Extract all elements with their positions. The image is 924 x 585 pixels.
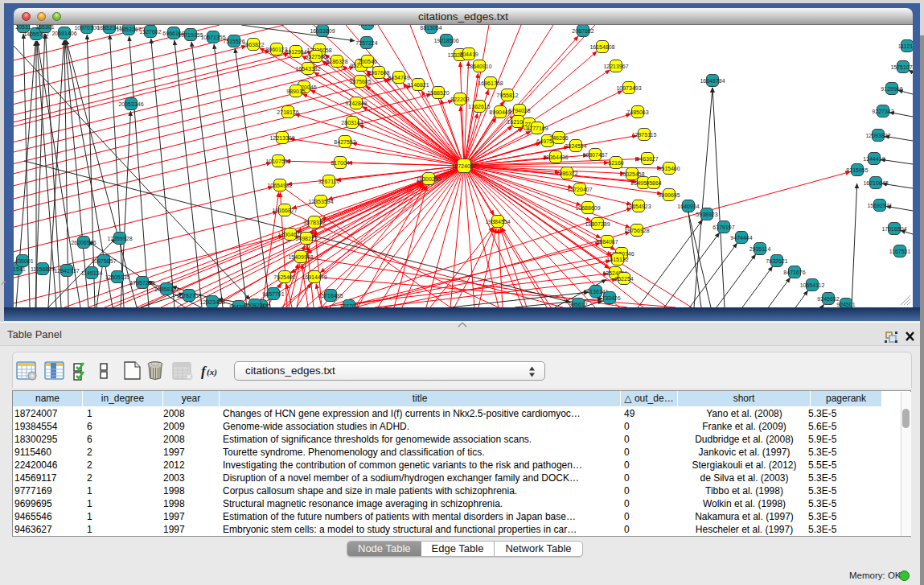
svg-text:10719155: 10719155 bbox=[178, 32, 203, 38]
svg-text:12093822: 12093822 bbox=[865, 133, 890, 138]
svg-text:7955812: 7955812 bbox=[496, 93, 518, 98]
svg-text:11156829: 11156829 bbox=[31, 266, 55, 272]
svg-text:15716485: 15716485 bbox=[318, 293, 343, 299]
svg-text:6379197: 6379197 bbox=[713, 225, 734, 230]
svg-text:18640910: 18640910 bbox=[466, 64, 491, 69]
svg-text:9242848: 9242848 bbox=[345, 101, 367, 106]
svg-text:12505135: 12505135 bbox=[105, 274, 129, 280]
svg-text:10671355: 10671355 bbox=[200, 35, 225, 40]
svg-text:18724007: 18724007 bbox=[451, 163, 476, 169]
svg-text:20691406: 20691406 bbox=[51, 31, 76, 36]
svg-text:995612: 995612 bbox=[569, 302, 587, 307]
svg-text:746266: 746266 bbox=[549, 135, 568, 141]
svg-text:5938923: 5938923 bbox=[696, 212, 717, 217]
svg-text:989015: 989015 bbox=[286, 89, 305, 94]
svg-text:111210: 111210 bbox=[898, 43, 916, 49]
svg-text:2967608: 2967608 bbox=[368, 70, 389, 76]
svg-text:19218506: 19218506 bbox=[433, 38, 458, 43]
svg-text:12942737: 12942737 bbox=[54, 268, 79, 274]
svg-text:3875685: 3875685 bbox=[349, 79, 371, 84]
svg-text:12975115: 12975115 bbox=[632, 132, 657, 138]
svg-text:12353594: 12353594 bbox=[308, 199, 333, 204]
svg-text:9884067: 9884067 bbox=[596, 239, 618, 245]
svg-text:7986372: 7986372 bbox=[556, 171, 577, 176]
svg-text:1167531: 1167531 bbox=[889, 249, 911, 254]
svg-text:7663822: 7663822 bbox=[242, 42, 264, 47]
svg-text:19756928: 19756928 bbox=[624, 228, 649, 233]
svg-text:9527506: 9527506 bbox=[305, 54, 326, 60]
svg-text:20053346: 20053346 bbox=[118, 101, 143, 107]
svg-text:10973493: 10973493 bbox=[616, 85, 641, 91]
svg-text:3267110: 3267110 bbox=[318, 179, 340, 184]
svg-text:12213369: 12213369 bbox=[269, 135, 294, 141]
svg-text:9777169: 9777169 bbox=[526, 126, 548, 131]
svg-text:17016504: 17016504 bbox=[881, 226, 906, 232]
svg-text:17957225: 17957225 bbox=[129, 280, 154, 286]
svg-text:10807487: 10807487 bbox=[582, 152, 607, 158]
svg-text:1527602: 1527602 bbox=[139, 29, 161, 35]
svg-text:18300295: 18300295 bbox=[416, 176, 441, 182]
svg-text:822203: 822203 bbox=[450, 97, 469, 102]
svg-text:1362615: 1362615 bbox=[468, 104, 490, 109]
svg-text:2087682: 2087682 bbox=[572, 28, 593, 34]
svg-text:20364436: 20364436 bbox=[543, 154, 568, 160]
svg-text:1435001: 1435001 bbox=[11, 258, 33, 264]
svg-text:1244419: 1244419 bbox=[863, 156, 885, 162]
svg-text:200546: 200546 bbox=[358, 59, 376, 64]
svg-text:10654982: 10654982 bbox=[267, 183, 292, 188]
svg-text:19384554: 19384554 bbox=[485, 219, 510, 225]
svg-text:6794028: 6794028 bbox=[508, 108, 530, 113]
svg-text:10958117: 10958117 bbox=[154, 286, 179, 292]
svg-text:16648784: 16648784 bbox=[700, 78, 725, 84]
svg-text:8427552: 8427552 bbox=[334, 139, 355, 145]
svg-text:15751074: 15751074 bbox=[890, 64, 915, 70]
svg-text:7625402: 7625402 bbox=[273, 274, 295, 280]
svg-text:9245652: 9245652 bbox=[817, 296, 839, 302]
svg-text:2803144: 2803144 bbox=[341, 120, 363, 126]
svg-text:8813054: 8813054 bbox=[420, 25, 441, 31]
svg-text:1733426: 1733426 bbox=[598, 295, 620, 301]
svg-text:16210643: 16210643 bbox=[863, 180, 888, 186]
svg-text:16154808: 16154808 bbox=[589, 44, 614, 50]
svg-text:1615132: 1615132 bbox=[606, 257, 628, 262]
svg-text:15692971: 15692971 bbox=[867, 203, 892, 208]
svg-text:26206576: 26206576 bbox=[71, 240, 96, 245]
svg-text:10853267: 10853267 bbox=[116, 27, 141, 32]
svg-text:10654112: 10654112 bbox=[800, 282, 825, 288]
svg-text:15720407: 15720407 bbox=[567, 187, 592, 192]
svg-text:9129966: 9129966 bbox=[881, 86, 902, 92]
svg-text:7485063: 7485063 bbox=[626, 109, 648, 115]
svg-text:3878332: 3878332 bbox=[303, 220, 325, 225]
svg-text:2718176: 2718176 bbox=[277, 109, 298, 115]
svg-text:16782759: 16782759 bbox=[176, 293, 201, 299]
svg-text:9515460: 9515460 bbox=[658, 166, 680, 171]
svg-text:(x): (x) bbox=[207, 367, 217, 377]
svg-text:12213967: 12213967 bbox=[603, 64, 628, 69]
svg-text:9474444: 9474444 bbox=[730, 235, 752, 241]
svg-text:8471676: 8471676 bbox=[783, 270, 805, 275]
svg-text:10025458: 10025458 bbox=[619, 171, 644, 177]
svg-text:16914479: 16914479 bbox=[302, 274, 326, 280]
svg-text:7357224: 7357224 bbox=[355, 40, 377, 46]
svg-text:924501: 924501 bbox=[836, 302, 855, 307]
svg-text:16033809: 16033809 bbox=[310, 28, 335, 34]
svg-text:19654923: 19654923 bbox=[626, 204, 651, 209]
svg-text:10688609: 10688609 bbox=[575, 205, 600, 211]
svg-text:1640934: 1640934 bbox=[677, 204, 699, 209]
svg-text:12923468: 12923468 bbox=[199, 299, 224, 305]
svg-text:19166827: 19166827 bbox=[272, 208, 297, 213]
svg-text:15409948: 15409948 bbox=[288, 254, 313, 260]
svg-text:16543382: 16543382 bbox=[295, 66, 320, 72]
svg-text:8454749: 8454749 bbox=[388, 75, 409, 80]
svg-text:10107552: 10107552 bbox=[265, 159, 290, 164]
svg-text:204419: 204419 bbox=[459, 51, 478, 57]
svg-text:16961758: 16961758 bbox=[478, 80, 503, 86]
svg-text:9227342: 9227342 bbox=[872, 109, 893, 114]
svg-text:1588520: 1588520 bbox=[427, 90, 449, 96]
svg-text:252254: 252254 bbox=[614, 276, 633, 282]
svg-text:8912954: 8912954 bbox=[285, 49, 306, 55]
svg-text:2935114: 2935114 bbox=[749, 246, 771, 252]
svg-text:8215955: 8215955 bbox=[846, 167, 868, 173]
svg-text:817004: 817004 bbox=[331, 160, 349, 166]
svg-text:1145134: 1145134 bbox=[81, 270, 103, 276]
